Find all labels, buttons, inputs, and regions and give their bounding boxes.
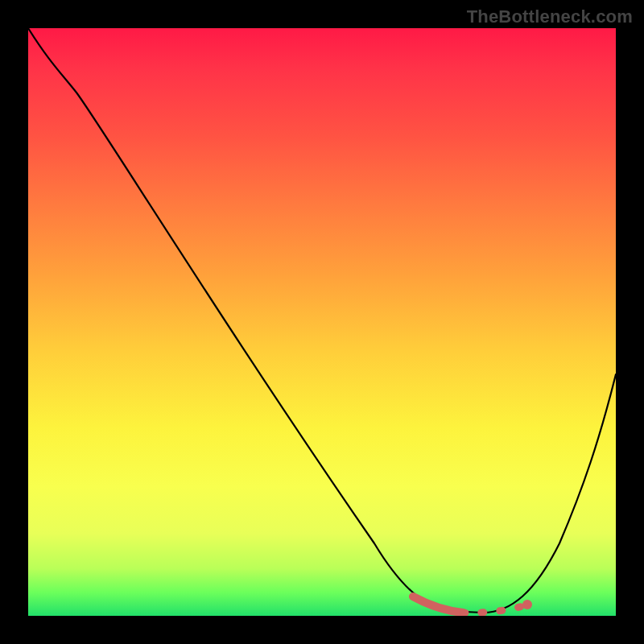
chart-svg	[28, 28, 616, 616]
plot-area	[28, 28, 616, 616]
bottleneck-curve	[28, 28, 616, 613]
watermark-text: TheBottleneck.com	[467, 6, 633, 27]
optimal-range-band	[413, 597, 463, 613]
chart-frame: TheBottleneck.com	[0, 0, 644, 644]
optimal-range-end-dot	[522, 600, 532, 609]
